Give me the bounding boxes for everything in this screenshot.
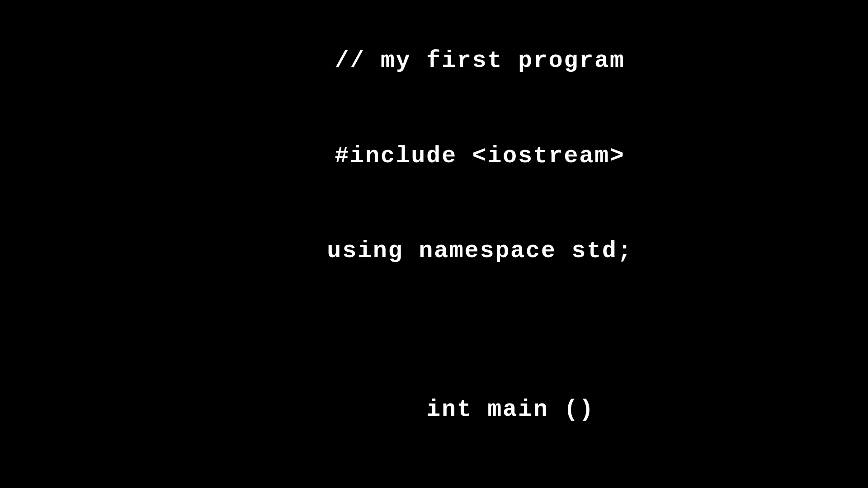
code-display: // my first program #include <iostream> … xyxy=(212,14,656,488)
code-line-5: int main () xyxy=(365,396,594,423)
code-line-2: #include <iostream> xyxy=(335,143,625,169)
terminal-screen: // my first program #include <iostream> … xyxy=(0,0,868,488)
code-line-3: using namespace std; xyxy=(327,238,632,264)
code-line-1: // my first program xyxy=(335,47,625,74)
